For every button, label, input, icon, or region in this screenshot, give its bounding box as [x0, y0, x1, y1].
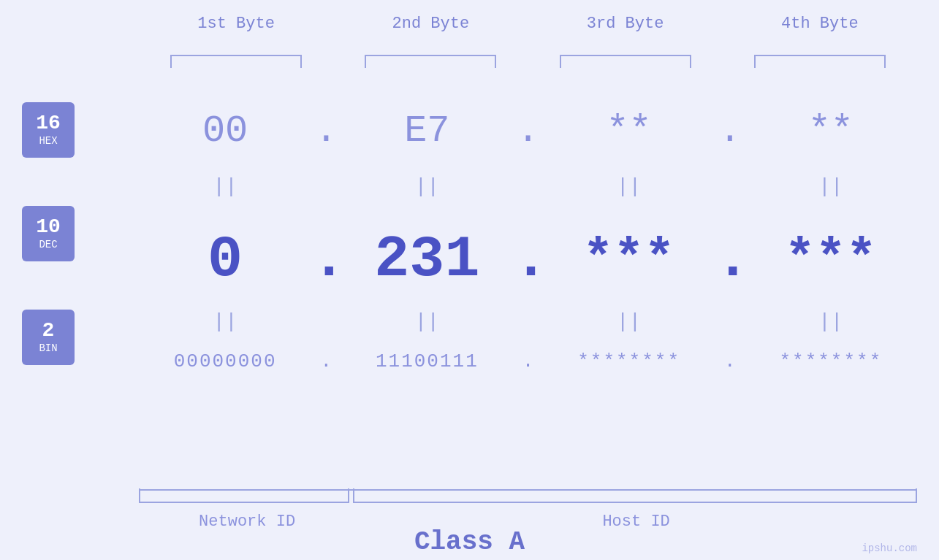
bin-val-2: 11100111 — [341, 350, 513, 372]
dec-dot-2: . — [514, 226, 543, 293]
bin-dot-1: . — [311, 350, 341, 372]
col-header-3: 3rd Byte — [528, 15, 723, 33]
col-header-1: 1st Byte — [139, 15, 333, 33]
segment-brackets — [139, 488, 917, 503]
class-row: Class A — [0, 523, 939, 560]
grid-area: 00 . E7 . ** . ** || || || || 0 . 231 . … — [139, 88, 917, 523]
col-header-2: 2nd Byte — [333, 15, 528, 33]
eq-2-1: || — [139, 310, 311, 333]
hex-val-4: ** — [745, 110, 917, 153]
dec-badge: 10 DEC — [22, 206, 75, 261]
dec-dot-3: . — [715, 226, 745, 293]
bin-val-4: ******** — [745, 350, 917, 372]
hex-val-1: 00 — [139, 110, 311, 153]
full-bottom-bracket — [139, 489, 917, 491]
hex-val-3: ** — [543, 110, 715, 153]
dec-row: 0 . 231 . *** . *** — [139, 226, 917, 293]
col-header-4: 4th Byte — [723, 15, 917, 33]
bin-dot-2: . — [514, 350, 543, 372]
hex-dot-1: . — [311, 110, 341, 153]
hex-val-2: E7 — [341, 110, 513, 153]
main-container: 1st Byte 2nd Byte 3rd Byte 4th Byte 16 H… — [0, 0, 939, 560]
eq-2-3: || — [543, 310, 715, 333]
bin-row: 00000000 . 11100111 . ******** . *******… — [139, 350, 917, 372]
eq-1-2: || — [341, 175, 513, 198]
bracket-2 — [365, 55, 496, 68]
dec-val-2: 231 — [341, 226, 513, 293]
bracket-4 — [754, 55, 886, 68]
bracket-3 — [560, 55, 691, 68]
watermark: ipshu.com — [862, 542, 917, 554]
base-labels: 16 HEX 10 DEC 2 BIN — [22, 102, 75, 413]
eq-row-2: || || || || — [139, 310, 917, 333]
eq-1-3: || — [543, 175, 715, 198]
eq-row-1: || || || || — [139, 175, 917, 198]
dec-val-3: *** — [543, 231, 715, 288]
eq-1-1: || — [139, 175, 311, 198]
hex-row: 00 . E7 . ** . ** — [139, 110, 917, 153]
network-bracket — [139, 488, 349, 503]
bin-val-3: ******** — [543, 350, 715, 372]
eq-2-4: || — [745, 310, 917, 333]
eq-1-4: || — [745, 175, 917, 198]
bin-dot-3: . — [715, 350, 745, 372]
dec-val-4: *** — [745, 231, 917, 288]
dec-dot-1: . — [311, 226, 341, 293]
header-brackets — [139, 55, 917, 68]
host-bracket — [353, 488, 917, 503]
column-headers: 1st Byte 2nd Byte 3rd Byte 4th Byte — [139, 15, 917, 33]
bin-badge: 2 BIN — [22, 310, 75, 365]
hex-dot-3: . — [715, 110, 745, 153]
hex-badge: 16 HEX — [22, 102, 75, 158]
class-label: Class A — [414, 527, 525, 557]
bin-val-1: 00000000 — [139, 350, 311, 372]
bracket-1 — [170, 55, 302, 68]
dec-val-1: 0 — [139, 226, 311, 293]
eq-2-2: || — [341, 310, 513, 333]
hex-dot-2: . — [514, 110, 543, 153]
